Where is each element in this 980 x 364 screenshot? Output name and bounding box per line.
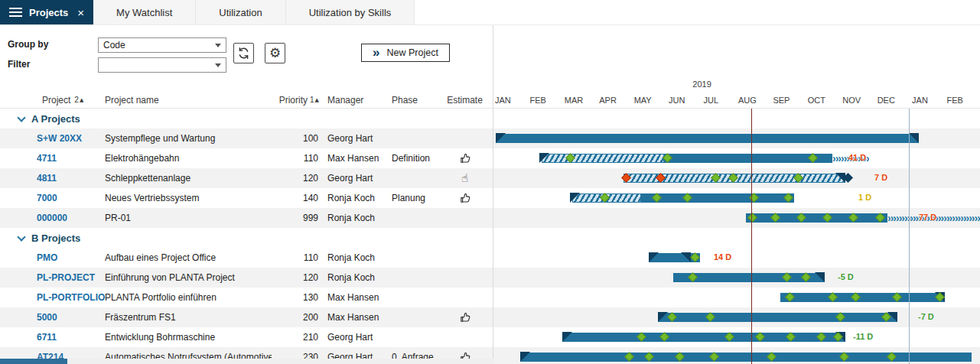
project-row[interactable]: 7000Neues Vertriebssystem140Ronja KochPl… (0, 188, 980, 208)
col-priority[interactable]: Priority (279, 95, 308, 106)
sort-badge-priority[interactable]: 1▲ (310, 96, 319, 104)
project-code-link[interactable]: 5000 (34, 312, 101, 323)
manager-name: Georg Hart (319, 332, 388, 343)
manager-name: Max Hansen (319, 312, 388, 323)
pointing-hand-icon[interactable]: ☝ (461, 173, 468, 184)
priority-value: 210 (272, 332, 319, 343)
project-row[interactable]: PMOAufbau eines Project Office110Ronja K… (0, 248, 980, 268)
deviation-label: 7 D (874, 173, 887, 182)
deviation-label: 41 D (848, 153, 866, 162)
close-tab-icon[interactable]: × (77, 7, 84, 18)
gantt-bar[interactable] (780, 293, 945, 302)
gantt-row-cell (493, 128, 980, 148)
priority-value: 110 (272, 153, 319, 164)
project-row[interactable]: 000000PR-01999Ronja Koch››››››››››››››››… (0, 208, 980, 228)
gantt-row-cell (493, 288, 980, 307)
col-project-header: Project 2▲ (0, 95, 101, 106)
project-name: Einführung von PLANTA Project (101, 272, 272, 283)
gantt-bar[interactable] (658, 313, 897, 322)
tab-my-watchlist[interactable]: My Watchlist (93, 0, 196, 24)
tab-utilization[interactable]: Utilization (196, 0, 285, 24)
group-row: A Projects (0, 109, 980, 128)
new-project-button[interactable]: » New Project (361, 44, 450, 62)
sort-badge-project[interactable]: 2▲ (74, 96, 83, 104)
priority-value: 140 (272, 193, 319, 203)
header-row: Project 2▲ Project name Priority 1▲ Mana… (0, 92, 980, 109)
project-name: Fräszentrum FS1 (101, 312, 272, 323)
col-project-name[interactable]: Project name (101, 95, 272, 106)
gantt-bar[interactable] (562, 333, 845, 342)
menu-icon[interactable] (9, 8, 22, 17)
col-estimate[interactable]: Estimate (438, 95, 492, 106)
project-name: Systempflege und Wartung (101, 133, 272, 144)
main-area: Group by Code Filter ⚙ (0, 25, 980, 364)
month-label: NOV (841, 92, 875, 108)
gantt-row-cell: 1 D (493, 188, 980, 208)
thumbs-up-icon[interactable] (459, 311, 471, 323)
gantt-bar[interactable] (641, 193, 794, 203)
gantt-row-cell: 14 D (493, 248, 980, 268)
scrollbar-thumb[interactable] (0, 359, 67, 364)
manager-name: Ronja Koch (319, 213, 388, 223)
project-code-link[interactable]: 000000 (34, 213, 101, 223)
settings-button[interactable]: ⚙ (265, 43, 285, 63)
year-label: 2019 (493, 80, 910, 91)
project-row[interactable]: 6711Entwicklung Bohrmaschine210Georg Har… (0, 327, 980, 347)
project-row[interactable]: 5000Fräszentrum FS1200Max Hansen -7 D (0, 307, 980, 327)
project-code-link[interactable]: 4811 (34, 173, 101, 184)
gantt-row-cell: -7 D (493, 307, 980, 327)
month-label: OCT (806, 92, 841, 108)
gantt-bar-hatched[interactable] (542, 154, 664, 163)
chevron-down-icon[interactable] (17, 113, 25, 122)
project-code-link[interactable]: 7000 (34, 193, 101, 203)
gantt-bar[interactable] (496, 134, 919, 143)
project-row[interactable]: 4811Schleppkettenanlage120Georg Hart☝7 D (0, 168, 980, 188)
toolbar: Group by Code Filter ⚙ (0, 25, 493, 92)
refresh-button[interactable] (233, 43, 254, 63)
project-code-link[interactable]: 4711 (34, 153, 101, 164)
gantt-bar[interactable] (520, 353, 972, 362)
project-row[interactable]: PL-PORTFOLIOPLANTA Portfolio einführen13… (0, 288, 980, 307)
sort-order-number: 2 (74, 96, 79, 104)
month-label: DEC (876, 92, 910, 108)
project-row[interactable]: S+W 20XXSystempflege und Wartung100Georg… (0, 128, 980, 148)
project-code-link[interactable]: S+W 20XX (34, 133, 101, 144)
project-code-link[interactable]: 6711 (34, 332, 101, 343)
group-by-dropdown[interactable]: Code (98, 37, 226, 53)
tab-utilization-by-skills[interactable]: Utilization by Skills (286, 0, 415, 24)
thumbs-up-icon[interactable] (459, 192, 471, 204)
priority-value: 130 (272, 292, 319, 303)
chevron-down-icon[interactable] (17, 232, 25, 241)
col-phase[interactable]: Phase (388, 95, 438, 106)
priority-value: 120 (272, 272, 319, 283)
project-name: PR-01 (101, 213, 272, 223)
bar-start-marker (520, 352, 530, 362)
bar-end-marker (909, 133, 919, 143)
month-label: MAR (563, 92, 597, 108)
bar-start-marker (562, 332, 572, 342)
phase-value: Planung (388, 193, 438, 203)
gantt-row-cell: -11 D (493, 327, 980, 347)
project-row[interactable]: PL-PROJECTEinführung von PLANTA Project1… (0, 268, 980, 288)
year-boundary-line (909, 109, 910, 364)
col-project[interactable]: Project (42, 95, 70, 106)
project-code-link[interactable]: PMO (34, 252, 101, 263)
gantt-bar[interactable] (664, 154, 832, 163)
horizontal-scrollbar[interactable] (0, 359, 493, 364)
col-manager[interactable]: Manager (319, 95, 388, 106)
priority-value: 110 (272, 252, 319, 263)
double-chevron-icon: » (373, 46, 379, 59)
gantt-bar[interactable] (746, 213, 887, 223)
project-code-link[interactable]: PL-PORTFOLIO (34, 292, 101, 303)
project-code-link[interactable]: PL-PROJECT (34, 272, 101, 283)
filter-dropdown[interactable] (98, 57, 226, 73)
project-table-rows: A ProjectsS+W 20XXSystempflege und Wartu… (0, 109, 980, 364)
project-row[interactable]: 4711Elektrohängebahn110Max HansenDefinit… (0, 148, 980, 168)
project-name: Neues Vertriebssystem (101, 193, 272, 203)
group-row: B Projects (0, 228, 980, 248)
bar-start-marker (658, 312, 668, 322)
thumbs-up-icon[interactable] (459, 152, 471, 164)
manager-name: Max Hansen (319, 292, 388, 303)
top-row: Group by Code Filter ⚙ (0, 25, 980, 92)
tab-projects-active[interactable]: Projects × (0, 0, 93, 24)
